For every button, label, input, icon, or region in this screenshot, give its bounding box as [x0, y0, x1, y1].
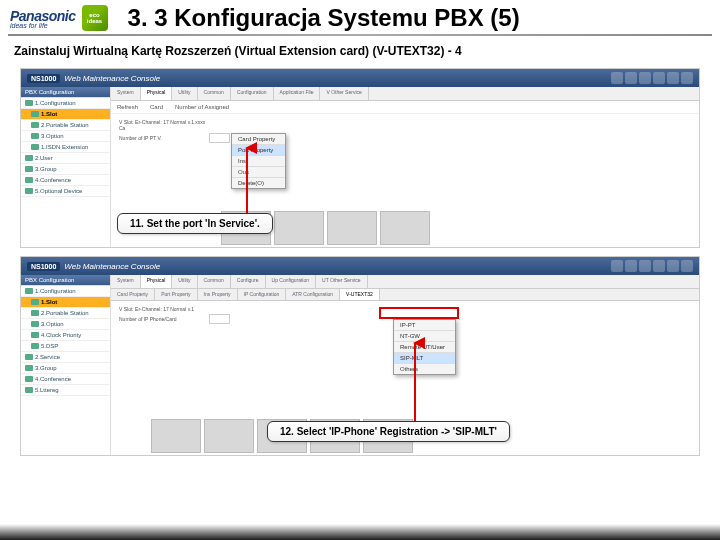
row-label: Number of IP PT V. — [119, 135, 209, 141]
page-title: 3. 3 Konfiguracja Systemu PBX (5) — [128, 4, 520, 32]
sidebar-item[interactable]: 1.ISDN Extension — [21, 142, 110, 153]
sidebar-item-selected[interactable]: 1.Slot — [21, 109, 110, 120]
sidebar-item[interactable]: 5.Optional Device — [21, 186, 110, 197]
subtab-active[interactable]: V-UTEXT32 — [340, 289, 380, 300]
sidebar-header: PBX Configuration — [21, 275, 110, 286]
app-title: Web Maintenance Console — [64, 262, 160, 271]
subtab[interactable]: Port Property — [155, 289, 197, 300]
sub-tabs: Card Property Port Property Ins Property… — [111, 289, 699, 301]
subtab[interactable]: Card Property — [111, 289, 155, 300]
slide-header: Panasonic ideas for life eco ideas 3. 3 … — [0, 0, 720, 34]
sidebar-item[interactable]: 4.Conference — [21, 175, 110, 186]
tab-active[interactable]: Physical — [141, 87, 173, 100]
titlebar-icon[interactable] — [611, 260, 623, 272]
sidebar-item-selected[interactable]: 1.Slot — [21, 297, 110, 308]
titlebar-icon[interactable] — [625, 72, 637, 84]
row-field[interactable] — [209, 133, 230, 143]
titlebar-icons — [611, 260, 693, 272]
sidebar-item[interactable]: 5.DSP — [21, 341, 110, 352]
titlebar-icon[interactable] — [667, 72, 679, 84]
tab[interactable]: Configuration — [231, 87, 274, 100]
main-tabs: System Physical Utility Common Configura… — [111, 87, 699, 101]
app-title: Web Maintenance Console — [64, 74, 160, 83]
callout-step-12: 12. Select 'IP-Phone' Registration -> 'S… — [267, 421, 510, 442]
sidebar: PBX Configuration 1.Configuration 1.Slot… — [21, 87, 111, 247]
tab[interactable]: System — [111, 87, 141, 100]
sidebar: PBX Configuration 1.Configuration 1.Slot… — [21, 275, 111, 455]
sub-link[interactable]: Card — [150, 104, 163, 110]
tab[interactable]: UT Other Service — [316, 275, 368, 288]
sidebar-item[interactable]: 2.Service — [21, 352, 110, 363]
callout-arrow — [407, 337, 427, 429]
tab[interactable]: Common — [198, 87, 231, 100]
tab[interactable]: Utility — [172, 87, 197, 100]
tab[interactable]: System — [111, 275, 141, 288]
tab[interactable]: V Other Service — [320, 87, 368, 100]
callout-step-11: 11. Set the port 'In Service'. — [117, 213, 273, 234]
sidebar-item[interactable]: 2.User — [21, 153, 110, 164]
sidebar-item[interactable]: 3.Group — [21, 164, 110, 175]
tab-active[interactable]: Physical — [141, 275, 173, 288]
thumbnail — [204, 419, 254, 453]
sidebar-item[interactable]: 5.Lttereg — [21, 385, 110, 396]
titlebar-icon[interactable] — [653, 260, 665, 272]
thumbnail — [327, 211, 377, 245]
app-titlebar: NS1000 Web Maintenance Console — [21, 69, 699, 87]
sidebar-item[interactable]: 3.Option — [21, 319, 110, 330]
sub-toolbar: Refresh Card Number of Assigned — [111, 101, 699, 114]
sidebar-item[interactable]: 2.Portable Station — [21, 120, 110, 131]
tab[interactable]: Application File — [274, 87, 321, 100]
menu-item[interactable]: IP-PT — [394, 320, 455, 331]
sub-label: Number of Assigned — [175, 104, 229, 110]
titlebar-icon[interactable] — [681, 260, 693, 272]
eco-ideas-badge: eco ideas — [82, 5, 108, 31]
sub-link[interactable]: Refresh — [117, 104, 138, 110]
subtab[interactable]: ATR Configuration — [286, 289, 340, 300]
sidebar-item[interactable]: 2.Portable Station — [21, 308, 110, 319]
screenshot-2: NS1000 Web Maintenance Console PBX Confi… — [20, 256, 700, 456]
footer-gradient — [0, 524, 720, 540]
brand-logo: Panasonic ideas for life eco ideas — [10, 5, 108, 31]
config-table: V Slot: Er-Channel: 17 Normal v.1.xxxx C… — [115, 118, 695, 144]
titlebar-icon[interactable] — [667, 260, 679, 272]
callout-arrow — [239, 142, 259, 220]
thumbnail — [380, 211, 430, 245]
sidebar-item[interactable]: 3.Option — [21, 131, 110, 142]
row-field[interactable] — [209, 314, 230, 324]
ns-badge: NS1000 — [27, 262, 60, 271]
screenshot-1: NS1000 Web Maintenance Console PBX Confi… — [20, 68, 700, 248]
sidebar-item[interactable]: 1.Configuration — [21, 98, 110, 109]
titlebar-icon[interactable] — [681, 72, 693, 84]
row-label: Number of IP Phone/Card — [119, 316, 209, 322]
tab[interactable]: Configure — [231, 275, 266, 288]
titlebar-icon[interactable] — [639, 260, 651, 272]
subtab[interactable]: Ins Property — [198, 289, 238, 300]
sidebar-item[interactable]: 4.Conference — [21, 374, 110, 385]
titlebar-icon[interactable] — [639, 72, 651, 84]
title-underline — [8, 34, 712, 36]
titlebar-icon[interactable] — [653, 72, 665, 84]
main-tabs: System Physical Utility Common Configure… — [111, 275, 699, 289]
titlebar-icon[interactable] — [625, 260, 637, 272]
slide-subtitle: Zainstaluj Wirtualną Kartę Rozszerzeń (V… — [0, 42, 720, 64]
sidebar-header: PBX Configuration — [21, 87, 110, 98]
app-titlebar: NS1000 Web Maintenance Console — [21, 257, 699, 275]
thumbnail — [274, 211, 324, 245]
tab[interactable]: Up Configuration — [266, 275, 317, 288]
titlebar-icon[interactable] — [611, 72, 623, 84]
thumbnail — [151, 419, 201, 453]
row-label: V Slot: Er-Channel: 17 Normal v.1 — [119, 306, 209, 312]
tab[interactable]: Utility — [172, 275, 197, 288]
ns-badge: NS1000 — [27, 74, 60, 83]
tab[interactable]: Common — [198, 275, 231, 288]
sidebar-item[interactable]: 1.Configuration — [21, 286, 110, 297]
subtab[interactable]: IP Configuration — [238, 289, 287, 300]
sidebar-item[interactable]: 4.Clock Priority — [21, 330, 110, 341]
row-label: V Slot: Er-Channel: 17 Normal v.1.xxxx C… — [119, 119, 209, 131]
sidebar-item[interactable]: 3.Group — [21, 363, 110, 374]
titlebar-icons — [611, 72, 693, 84]
